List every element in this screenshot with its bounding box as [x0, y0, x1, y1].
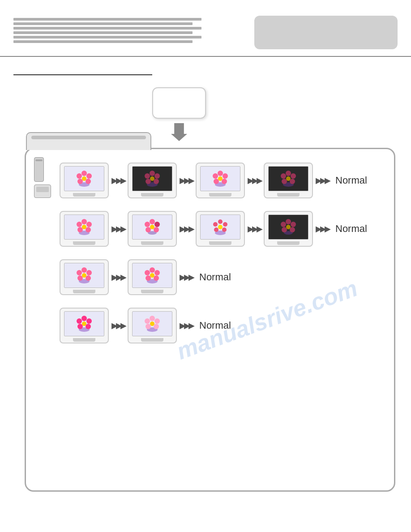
svg-point-51 [286, 219, 291, 224]
screen-thumb-3-2 [128, 259, 177, 295]
svg-point-55 [290, 227, 295, 232]
svg-point-61 [77, 275, 83, 281]
svg-point-74 [86, 318, 92, 324]
screen-thumb-1-4 [264, 163, 313, 198]
screen-inner-3-1 [64, 263, 104, 288]
screen-inner-1-2 [132, 166, 172, 191]
arrow-2-3: ▶▶▶ [248, 224, 261, 234]
screen-inner-2-3 [200, 215, 240, 240]
screen-base-1-3 [209, 193, 231, 197]
svg-point-31 [77, 222, 82, 227]
svg-point-53 [291, 222, 296, 227]
projector-device-icon [34, 184, 51, 198]
arrow-1-4: ▶▶▶ [316, 176, 329, 185]
svg-point-83 [154, 324, 159, 329]
diagram-tab [26, 132, 151, 150]
arrow-1-2: ▶▶▶ [180, 176, 193, 185]
diagram-tab-inner [31, 136, 146, 139]
arrow-1-3: ▶▶▶ [248, 176, 261, 185]
svg-point-50 [286, 225, 291, 229]
screen-thumb-4-2 [128, 308, 177, 343]
screen-base-2-1 [73, 241, 95, 245]
svg-point-25 [291, 173, 296, 179]
arrow-4-2: ▶▶▶ [180, 321, 193, 330]
screen-inner-4-2 [132, 311, 172, 336]
svg-point-38 [145, 222, 150, 227]
header-line-5 [13, 36, 201, 39]
screen-inner-4-1 [64, 311, 104, 336]
svg-point-54 [282, 227, 287, 232]
svg-point-60 [86, 270, 92, 275]
svg-point-47 [214, 227, 218, 232]
svg-point-57 [82, 273, 86, 278]
arrow-2-4: ▶▶▶ [316, 224, 329, 234]
flower-svg-4-2 [140, 313, 165, 335]
arrow-3-2: ▶▶▶ [180, 272, 193, 282]
header-section [13, 13, 398, 54]
svg-point-76 [86, 324, 91, 329]
screen-base-4-2 [141, 338, 163, 342]
screen-base-2-2 [141, 241, 163, 245]
svg-point-3 [77, 173, 82, 179]
svg-point-10 [145, 173, 150, 179]
arrow-4-1: ▶▶▶ [111, 321, 125, 330]
projector-area [34, 157, 56, 198]
arrow-1-1: ▶▶▶ [111, 176, 125, 185]
svg-point-72 [81, 316, 87, 321]
svg-point-30 [81, 219, 87, 224]
diagram-row-2: ▶▶▶ ▶▶▶ [60, 211, 387, 247]
svg-point-22 [286, 176, 291, 181]
screen-base-2-3 [209, 241, 231, 245]
screen-thumb-2-3 [196, 211, 245, 247]
svg-point-68 [146, 275, 151, 281]
screen-base-3-1 [73, 290, 95, 293]
screen-thumb-3-1 [60, 259, 109, 295]
svg-point-17 [213, 173, 218, 179]
screen-base-2-4 [277, 241, 300, 245]
flower-svg-4-1 [72, 313, 97, 335]
screen-thumb-1-1 [60, 163, 109, 198]
arrow-2-1: ▶▶▶ [111, 224, 125, 234]
normal-label-2: Normal [335, 223, 367, 235]
screen-base-1-4 [277, 193, 300, 197]
normal-label-1: Normal [335, 175, 367, 186]
svg-point-79 [150, 316, 155, 321]
svg-point-73 [77, 318, 82, 324]
underline-section [13, 66, 152, 75]
svg-point-58 [81, 267, 87, 273]
screen-base-1-1 [73, 193, 95, 197]
svg-point-43 [218, 225, 223, 229]
flower-svg-1-1 [72, 167, 97, 190]
svg-point-81 [154, 318, 160, 324]
svg-point-62 [86, 275, 91, 281]
svg-point-36 [150, 225, 154, 229]
header-badge [254, 16, 398, 49]
svg-point-44 [218, 219, 223, 224]
svg-point-15 [218, 176, 223, 181]
svg-point-8 [150, 176, 154, 181]
svg-point-46 [223, 222, 227, 227]
diagram-row-1: ▶▶▶ ▶▶▶ [60, 163, 387, 198]
svg-point-64 [150, 273, 154, 278]
screen-base-1-2 [141, 193, 163, 197]
svg-point-16 [218, 171, 223, 176]
screen-inner-2-2 [132, 215, 172, 240]
main-diagram: ▶▶▶ ▶▶▶ [25, 148, 395, 492]
svg-point-27 [290, 179, 295, 184]
header-line-2 [13, 22, 193, 25]
svg-point-11 [154, 173, 160, 179]
header-line-6 [13, 40, 193, 43]
svg-point-24 [281, 173, 286, 179]
screen-inner-2-1 [64, 215, 104, 240]
screen-inner-1-4 [268, 166, 308, 191]
svg-point-78 [150, 322, 154, 326]
arrow-2-2: ▶▶▶ [180, 224, 193, 234]
screen-thumb-4-1 [60, 308, 109, 343]
svg-point-20 [222, 179, 227, 184]
screen-thumb-1-3 [196, 163, 245, 198]
flower-svg-2-4 [276, 216, 301, 238]
svg-point-65 [150, 267, 155, 273]
svg-point-2 [81, 171, 87, 176]
svg-point-18 [223, 173, 228, 179]
svg-point-37 [150, 219, 155, 224]
